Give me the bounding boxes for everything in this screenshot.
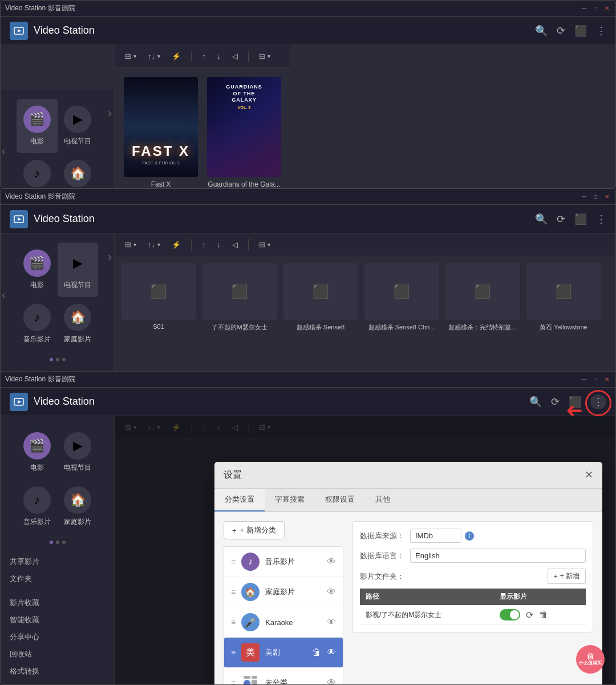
svg-marker-1 [18,29,21,33]
add-folder-btn[interactable]: + + 新增 [548,569,586,584]
tv-icon-1: ▶ [64,106,91,133]
music-icon-1: ♪ [23,160,51,187]
eye-btn-karaoke[interactable]: 👁 [327,617,336,627]
tab-subtitle[interactable]: 字幕搜索 [265,489,315,511]
nav-item-family-2[interactable]: 🏠 家庭影片 [58,297,99,351]
show-card-sense8[interactable]: ⬛ 超感猎杀 Sense8 [283,263,358,332]
delete-row-icon[interactable]: 🗑 [539,610,548,620]
upload-btn-1[interactable]: ↑ [198,50,209,63]
refresh-icon-2[interactable]: ⟳ [557,213,565,225]
show-card-sense8e[interactable]: ⬛ 超感猎杀：完结特别篇... [445,263,520,332]
eye-btn-uncat[interactable]: 👁 [327,678,336,684]
window-2: Video Station 影音剧院 ─ □ ✕ Video Station 🔍… [0,188,616,382]
s01-thumb: ⬛ [121,263,196,320]
db-source-label: 数据库来源： [360,531,406,541]
cast-icon-3[interactable]: ⬛ [569,396,581,408]
more-icon-3[interactable]: ⋮ [590,394,606,409]
nav-item-movies-2[interactable]: 🎬 电影 [17,243,58,297]
eye-btn-drama[interactable]: 👁 [327,647,336,658]
nav-item-family-3[interactable]: 🏠 家庭影片 [58,480,99,534]
nav-item-music-3[interactable]: ♪ 音乐影片 [17,480,58,534]
maximize-btn-2[interactable]: □ [591,193,599,201]
add-category-btn[interactable]: + + 新增分类 [224,521,285,539]
grid-btn-2[interactable]: ⊞▾ [121,238,140,251]
nav-arrow-left-1[interactable]: ‹ [2,144,6,158]
nav-item-tv-3[interactable]: ▶ 电视节目 [58,425,99,480]
music-icon-3: ♪ [23,486,51,514]
refresh-row-icon[interactable]: ⟳ [526,610,533,620]
movie-card-guardians[interactable]: GUARDIANSOF THEGALAXY VOL. 3 Guardians o… [207,77,281,188]
maximize-btn-1[interactable]: □ [591,5,599,13]
more-icon-2[interactable]: ⋮ [596,213,606,225]
more-toolbar-btn-2[interactable]: ⊟▾ [256,238,274,251]
search-icon-2[interactable]: 🔍 [535,213,548,225]
tab-category[interactable]: 分类设置 [214,489,265,511]
close-btn-1[interactable]: ✕ [603,5,611,13]
smart-collection-link[interactable]: 智能收藏 [10,611,105,628]
show-card-s01[interactable]: ⬛ S01 [121,263,196,332]
nav-item-tv-2[interactable]: ▶ 电视节目 [58,243,99,297]
refresh-icon-1[interactable]: ⟳ [557,25,565,37]
more-toolbar-btn-1[interactable]: ⊟▾ [256,50,274,63]
cast-icon-2[interactable]: ⬛ [574,213,587,225]
nav-item-tv-1[interactable]: ▶ 电视节目 [58,99,99,153]
eye-btn-music[interactable]: 👁 [327,557,336,567]
dialog-body: + + 新增分类 ≡ ♪ 音乐影片 👁 [214,512,602,684]
db-source-select[interactable]: IMDb TMDB [410,529,461,543]
cat-icon-drama: 美 [241,643,260,662]
show-card-sense8c[interactable]: ⬛ 超感猎杀 Sense8 Chri... [364,263,439,332]
close-btn-3[interactable]: ✕ [603,376,611,384]
nav-item-music-2[interactable]: ♪ 音乐影片 [17,297,58,351]
sense8-title: 超感猎杀 Sense8 [283,323,358,332]
eye-btn-family[interactable]: 👁 [327,587,336,597]
close-btn-2[interactable]: ✕ [603,193,611,201]
show-card-mrs[interactable]: ⬛ 了不起的M瑟尔女士 [202,263,277,332]
sense8e-title: 超感猎杀：完结特别篇... [445,323,520,332]
search-icon-1[interactable]: 🔍 [535,25,548,37]
delete-btn-drama[interactable]: 🗑 [312,647,321,658]
path-cell: 影视/了不起的M瑟尔女士 [360,605,494,625]
share-btn-2[interactable]: ◁ [229,238,241,251]
share-center-link[interactable]: 分享中心 [10,628,105,646]
nav-arrow-left-2[interactable]: ‹ [2,288,6,301]
filter-btn-2[interactable]: ⚡ [168,238,184,251]
refresh-icon-3[interactable]: ⟳ [551,396,560,408]
movie-card-fast-x[interactable]: FAST X FAST & FURIOUS Fast X [124,77,198,188]
db-settings-panel: 数据库来源： IMDb TMDB i [352,521,593,684]
nav-arrow-right-1[interactable]: › [108,106,112,119]
nav-arrow-right-2[interactable]: › [108,250,112,263]
maximize-btn-3[interactable]: □ [591,376,599,384]
sort-btn-2[interactable]: ↑↓▾ [144,238,164,251]
db-lang-select[interactable]: English 中文 日本語 [410,549,586,563]
nav-item-movies-3[interactable]: 🎬 电影 [17,425,58,480]
tab-permissions[interactable]: 权限设置 [315,489,365,511]
dialog-close-btn[interactable]: ✕ [585,469,593,481]
nav-item-music-1[interactable]: ♪ 音乐影片 [17,153,58,188]
upload-btn-2[interactable]: ↑ [198,238,209,251]
minimize-btn-2[interactable]: ─ [580,193,588,201]
tab-other[interactable]: 其他 [365,489,400,511]
show-card-yellowstone[interactable]: ⬛ 黄石 Yellowstone [526,263,601,332]
download-btn-2[interactable]: ↓ [214,238,225,251]
family-icon-3: 🏠 [64,486,91,514]
search-icon-3[interactable]: 🔍 [529,396,542,408]
collection-link[interactable]: 影片收藏 [10,594,105,611]
minimize-btn-3[interactable]: ─ [580,376,588,384]
sort-btn-1[interactable]: ↑↓▾ [144,50,164,63]
grid-btn-1[interactable]: ⊞▾ [121,50,140,63]
nav-item-movies-1[interactable]: 🎬 电影 [17,99,58,153]
minimize-btn-1[interactable]: ─ [580,5,588,13]
watermark-logo: 值 什么值得买 [576,645,605,674]
category-list: ≡ ♪ 音乐影片 👁 ≡ 🏠 家庭影片 � [224,546,343,684]
recycle-link[interactable]: 回收站 [10,646,105,663]
cast-icon-1[interactable]: ⬛ [574,25,587,37]
more-icon-1[interactable]: ⋮ [596,25,606,37]
settings-dialog: 设置 ✕ 分类设置 字幕搜索 权限设置 其他 + + 新增分 [214,462,602,684]
filter-btn-1[interactable]: ⚡ [168,50,184,63]
share-toolbar-btn-1[interactable]: ◁ [229,50,241,63]
visibility-toggle[interactable] [500,609,520,620]
dialog-header: 设置 ✕ [214,462,602,489]
download-btn-1[interactable]: ↓ [214,50,225,63]
convert-link[interactable]: 格式转换 [10,663,105,680]
nav-item-family-1[interactable]: 🏠 家庭影片 [58,153,99,188]
